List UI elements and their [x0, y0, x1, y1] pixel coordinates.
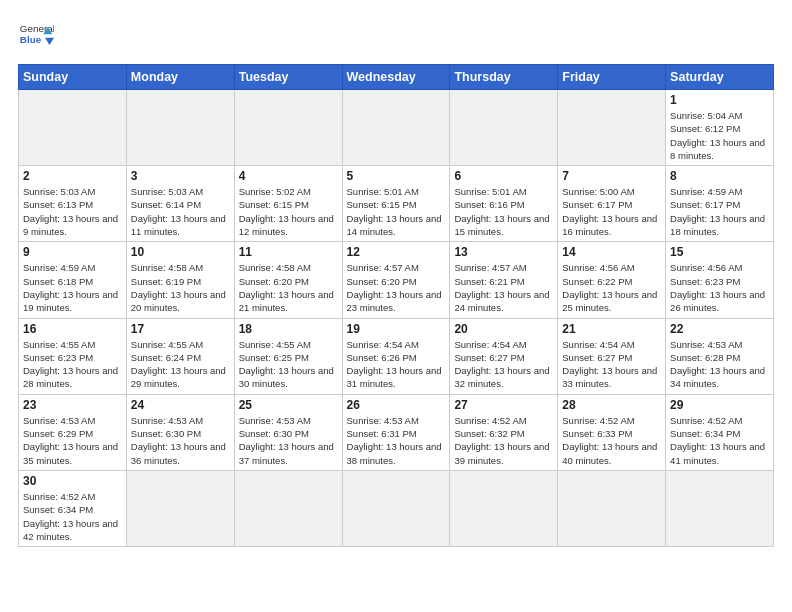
day-info: Sunrise: 4:52 AM Sunset: 6:32 PM Dayligh…	[454, 414, 553, 467]
calendar-week-row: 23Sunrise: 4:53 AM Sunset: 6:29 PM Dayli…	[19, 394, 774, 470]
svg-marker-3	[45, 38, 54, 45]
weekday-header-friday: Friday	[558, 65, 666, 90]
calendar-cell: 12Sunrise: 4:57 AM Sunset: 6:20 PM Dayli…	[342, 242, 450, 318]
logo: General Blue	[18, 18, 54, 54]
day-info: Sunrise: 4:55 AM Sunset: 6:25 PM Dayligh…	[239, 338, 338, 391]
day-info: Sunrise: 5:01 AM Sunset: 6:16 PM Dayligh…	[454, 185, 553, 238]
calendar-cell: 27Sunrise: 4:52 AM Sunset: 6:32 PM Dayli…	[450, 394, 558, 470]
day-number: 25	[239, 398, 338, 412]
header: General Blue	[18, 18, 774, 54]
day-info: Sunrise: 4:59 AM Sunset: 6:18 PM Dayligh…	[23, 261, 122, 314]
weekday-header-tuesday: Tuesday	[234, 65, 342, 90]
calendar-cell: 22Sunrise: 4:53 AM Sunset: 6:28 PM Dayli…	[666, 318, 774, 394]
day-info: Sunrise: 4:54 AM Sunset: 6:26 PM Dayligh…	[347, 338, 446, 391]
calendar-cell: 26Sunrise: 4:53 AM Sunset: 6:31 PM Dayli…	[342, 394, 450, 470]
calendar-week-row: 30Sunrise: 4:52 AM Sunset: 6:34 PM Dayli…	[19, 470, 774, 546]
calendar-cell: 1Sunrise: 5:04 AM Sunset: 6:12 PM Daylig…	[666, 90, 774, 166]
day-number: 2	[23, 169, 122, 183]
day-number: 11	[239, 245, 338, 259]
weekday-header-row: SundayMondayTuesdayWednesdayThursdayFrid…	[19, 65, 774, 90]
day-number: 19	[347, 322, 446, 336]
day-number: 5	[347, 169, 446, 183]
calendar-cell	[19, 90, 127, 166]
calendar-cell: 30Sunrise: 4:52 AM Sunset: 6:34 PM Dayli…	[19, 470, 127, 546]
calendar-cell: 11Sunrise: 4:58 AM Sunset: 6:20 PM Dayli…	[234, 242, 342, 318]
calendar-cell: 9Sunrise: 4:59 AM Sunset: 6:18 PM Daylig…	[19, 242, 127, 318]
day-number: 28	[562, 398, 661, 412]
day-info: Sunrise: 4:57 AM Sunset: 6:21 PM Dayligh…	[454, 261, 553, 314]
day-number: 23	[23, 398, 122, 412]
day-info: Sunrise: 4:57 AM Sunset: 6:20 PM Dayligh…	[347, 261, 446, 314]
day-number: 7	[562, 169, 661, 183]
day-info: Sunrise: 4:53 AM Sunset: 6:29 PM Dayligh…	[23, 414, 122, 467]
generalblue-logo-icon: General Blue	[18, 18, 54, 54]
calendar-cell: 8Sunrise: 4:59 AM Sunset: 6:17 PM Daylig…	[666, 166, 774, 242]
weekday-header-wednesday: Wednesday	[342, 65, 450, 90]
day-info: Sunrise: 4:56 AM Sunset: 6:22 PM Dayligh…	[562, 261, 661, 314]
day-info: Sunrise: 4:58 AM Sunset: 6:19 PM Dayligh…	[131, 261, 230, 314]
calendar-week-row: 2Sunrise: 5:03 AM Sunset: 6:13 PM Daylig…	[19, 166, 774, 242]
calendar-cell: 13Sunrise: 4:57 AM Sunset: 6:21 PM Dayli…	[450, 242, 558, 318]
day-info: Sunrise: 5:00 AM Sunset: 6:17 PM Dayligh…	[562, 185, 661, 238]
calendar-cell: 3Sunrise: 5:03 AM Sunset: 6:14 PM Daylig…	[126, 166, 234, 242]
calendar-cell	[558, 90, 666, 166]
calendar-cell	[234, 90, 342, 166]
calendar-cell: 23Sunrise: 4:53 AM Sunset: 6:29 PM Dayli…	[19, 394, 127, 470]
day-info: Sunrise: 4:53 AM Sunset: 6:28 PM Dayligh…	[670, 338, 769, 391]
day-number: 6	[454, 169, 553, 183]
calendar-cell: 14Sunrise: 4:56 AM Sunset: 6:22 PM Dayli…	[558, 242, 666, 318]
day-info: Sunrise: 5:02 AM Sunset: 6:15 PM Dayligh…	[239, 185, 338, 238]
day-number: 8	[670, 169, 769, 183]
calendar-cell	[126, 470, 234, 546]
day-number: 30	[23, 474, 122, 488]
day-number: 9	[23, 245, 122, 259]
calendar-cell	[126, 90, 234, 166]
day-info: Sunrise: 4:55 AM Sunset: 6:23 PM Dayligh…	[23, 338, 122, 391]
calendar-cell	[558, 470, 666, 546]
calendar-cell	[342, 470, 450, 546]
calendar-cell	[450, 90, 558, 166]
day-number: 17	[131, 322, 230, 336]
calendar-cell: 20Sunrise: 4:54 AM Sunset: 6:27 PM Dayli…	[450, 318, 558, 394]
calendar-cell: 25Sunrise: 4:53 AM Sunset: 6:30 PM Dayli…	[234, 394, 342, 470]
day-number: 16	[23, 322, 122, 336]
day-info: Sunrise: 4:53 AM Sunset: 6:30 PM Dayligh…	[131, 414, 230, 467]
day-number: 27	[454, 398, 553, 412]
calendar-cell	[342, 90, 450, 166]
weekday-header-thursday: Thursday	[450, 65, 558, 90]
day-info: Sunrise: 5:03 AM Sunset: 6:13 PM Dayligh…	[23, 185, 122, 238]
day-info: Sunrise: 4:52 AM Sunset: 6:33 PM Dayligh…	[562, 414, 661, 467]
weekday-header-sunday: Sunday	[19, 65, 127, 90]
svg-text:Blue: Blue	[20, 34, 42, 45]
day-info: Sunrise: 4:56 AM Sunset: 6:23 PM Dayligh…	[670, 261, 769, 314]
day-info: Sunrise: 4:54 AM Sunset: 6:27 PM Dayligh…	[454, 338, 553, 391]
day-number: 12	[347, 245, 446, 259]
calendar-cell: 24Sunrise: 4:53 AM Sunset: 6:30 PM Dayli…	[126, 394, 234, 470]
calendar-cell: 6Sunrise: 5:01 AM Sunset: 6:16 PM Daylig…	[450, 166, 558, 242]
calendar-cell: 10Sunrise: 4:58 AM Sunset: 6:19 PM Dayli…	[126, 242, 234, 318]
calendar-cell: 15Sunrise: 4:56 AM Sunset: 6:23 PM Dayli…	[666, 242, 774, 318]
day-info: Sunrise: 4:53 AM Sunset: 6:30 PM Dayligh…	[239, 414, 338, 467]
day-info: Sunrise: 5:01 AM Sunset: 6:15 PM Dayligh…	[347, 185, 446, 238]
day-info: Sunrise: 4:59 AM Sunset: 6:17 PM Dayligh…	[670, 185, 769, 238]
day-info: Sunrise: 4:55 AM Sunset: 6:24 PM Dayligh…	[131, 338, 230, 391]
day-number: 15	[670, 245, 769, 259]
calendar-week-row: 9Sunrise: 4:59 AM Sunset: 6:18 PM Daylig…	[19, 242, 774, 318]
calendar-cell	[450, 470, 558, 546]
weekday-header-monday: Monday	[126, 65, 234, 90]
calendar-cell	[666, 470, 774, 546]
day-info: Sunrise: 4:58 AM Sunset: 6:20 PM Dayligh…	[239, 261, 338, 314]
day-number: 20	[454, 322, 553, 336]
day-number: 3	[131, 169, 230, 183]
day-number: 24	[131, 398, 230, 412]
calendar-cell: 2Sunrise: 5:03 AM Sunset: 6:13 PM Daylig…	[19, 166, 127, 242]
calendar-cell: 19Sunrise: 4:54 AM Sunset: 6:26 PM Dayli…	[342, 318, 450, 394]
calendar-cell: 7Sunrise: 5:00 AM Sunset: 6:17 PM Daylig…	[558, 166, 666, 242]
day-number: 21	[562, 322, 661, 336]
calendar-cell: 21Sunrise: 4:54 AM Sunset: 6:27 PM Dayli…	[558, 318, 666, 394]
calendar-table: SundayMondayTuesdayWednesdayThursdayFrid…	[18, 64, 774, 547]
day-number: 10	[131, 245, 230, 259]
day-number: 13	[454, 245, 553, 259]
day-number: 18	[239, 322, 338, 336]
day-number: 26	[347, 398, 446, 412]
